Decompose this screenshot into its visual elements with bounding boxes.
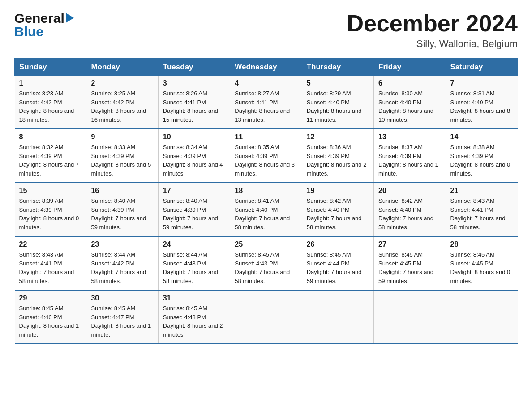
day-number: 9 — [91, 133, 153, 141]
day-info: Sunrise: 8:45 AMSunset: 4:45 PMDaylight:… — [378, 251, 433, 284]
calendar-cell — [230, 290, 302, 344]
calendar-cell: 20 Sunrise: 8:42 AMSunset: 4:40 PMDaylig… — [374, 183, 446, 236]
calendar-cell: 4 Sunrise: 8:27 AMSunset: 4:41 PMDayligh… — [230, 76, 302, 129]
calendar-cell: 30 Sunrise: 8:45 AMSunset: 4:47 PMDaylig… — [86, 290, 158, 344]
day-number: 21 — [450, 187, 513, 195]
location: Silly, Wallonia, Belgium — [347, 38, 518, 50]
day-number: 2 — [91, 79, 153, 87]
day-number: 30 — [91, 294, 153, 302]
calendar-cell — [302, 290, 373, 344]
calendar-cell: 12 Sunrise: 8:36 AMSunset: 4:39 PMDaylig… — [302, 129, 373, 183]
calendar-cell: 29 Sunrise: 8:45 AMSunset: 4:46 PMDaylig… — [15, 290, 86, 344]
day-info: Sunrise: 8:45 AMSunset: 4:46 PMDaylight:… — [19, 305, 79, 338]
calendar-cell: 22 Sunrise: 8:43 AMSunset: 4:41 PMDaylig… — [15, 236, 86, 290]
week-row-1: 1 Sunrise: 8:23 AMSunset: 4:42 PMDayligh… — [15, 76, 518, 129]
calendar-cell: 13 Sunrise: 8:37 AMSunset: 4:39 PMDaylig… — [374, 129, 446, 183]
day-info: Sunrise: 8:40 AMSunset: 4:39 PMDaylight:… — [163, 197, 218, 231]
weekday-header-row: SundayMondayTuesdayWednesdayThursdayFrid… — [15, 58, 518, 76]
day-info: Sunrise: 8:44 AMSunset: 4:42 PMDaylight:… — [91, 251, 146, 284]
day-info: Sunrise: 8:35 AMSunset: 4:39 PMDaylight:… — [235, 144, 295, 177]
calendar-cell: 28 Sunrise: 8:45 AMSunset: 4:45 PMDaylig… — [446, 236, 517, 290]
day-number: 19 — [307, 187, 369, 195]
day-number: 6 — [378, 79, 441, 87]
calendar-cell: 18 Sunrise: 8:41 AMSunset: 4:40 PMDaylig… — [230, 183, 302, 236]
day-info: Sunrise: 8:32 AMSunset: 4:39 PMDaylight:… — [19, 144, 79, 177]
day-info: Sunrise: 8:45 AMSunset: 4:45 PMDaylight:… — [450, 251, 511, 284]
calendar-cell: 26 Sunrise: 8:45 AMSunset: 4:44 PMDaylig… — [302, 236, 373, 290]
day-info: Sunrise: 8:40 AMSunset: 4:39 PMDaylight:… — [91, 197, 146, 231]
day-info: Sunrise: 8:31 AMSunset: 4:40 PMDaylight:… — [450, 90, 511, 123]
day-info: Sunrise: 8:45 AMSunset: 4:48 PMDaylight:… — [163, 305, 223, 338]
day-number: 23 — [91, 240, 153, 248]
weekday-header-sunday: Sunday — [15, 58, 86, 76]
day-number: 17 — [163, 187, 225, 195]
week-row-5: 29 Sunrise: 8:45 AMSunset: 4:46 PMDaylig… — [15, 290, 518, 344]
calendar-cell: 23 Sunrise: 8:44 AMSunset: 4:42 PMDaylig… — [86, 236, 158, 290]
day-number: 11 — [235, 133, 297, 141]
day-number: 10 — [163, 133, 225, 141]
day-info: Sunrise: 8:26 AMSunset: 4:41 PMDaylight:… — [163, 90, 218, 123]
calendar-cell: 11 Sunrise: 8:35 AMSunset: 4:39 PMDaylig… — [230, 129, 302, 183]
calendar-cell: 8 Sunrise: 8:32 AMSunset: 4:39 PMDayligh… — [15, 129, 86, 183]
day-number: 18 — [235, 187, 297, 195]
calendar-cell: 16 Sunrise: 8:40 AMSunset: 4:39 PMDaylig… — [86, 183, 158, 236]
logo-blue: Blue — [14, 24, 43, 39]
day-info: Sunrise: 8:27 AMSunset: 4:41 PMDaylight:… — [235, 90, 290, 123]
day-number: 14 — [450, 133, 513, 141]
weekday-header-tuesday: Tuesday — [158, 58, 230, 76]
week-row-2: 8 Sunrise: 8:32 AMSunset: 4:39 PMDayligh… — [15, 129, 518, 183]
calendar-cell: 19 Sunrise: 8:42 AMSunset: 4:40 PMDaylig… — [302, 183, 373, 236]
title-section: December 2024 Silly, Wallonia, Belgium — [347, 11, 518, 50]
weekday-header-wednesday: Wednesday — [230, 58, 302, 76]
logo-arrow-icon — [66, 13, 74, 23]
week-row-3: 15 Sunrise: 8:39 AMSunset: 4:39 PMDaylig… — [15, 183, 518, 236]
calendar-cell — [374, 290, 446, 344]
day-info: Sunrise: 8:37 AMSunset: 4:39 PMDaylight:… — [378, 144, 438, 177]
day-info: Sunrise: 8:41 AMSunset: 4:40 PMDaylight:… — [235, 197, 290, 231]
day-info: Sunrise: 8:45 AMSunset: 4:44 PMDaylight:… — [307, 251, 362, 284]
logo: General Blue — [14, 11, 74, 39]
day-number: 24 — [163, 240, 225, 248]
day-info: Sunrise: 8:43 AMSunset: 4:41 PMDaylight:… — [450, 197, 506, 231]
day-info: Sunrise: 8:33 AMSunset: 4:39 PMDaylight:… — [91, 144, 151, 177]
weekday-header-saturday: Saturday — [446, 58, 517, 76]
day-info: Sunrise: 8:45 AMSunset: 4:47 PMDaylight:… — [91, 305, 151, 338]
day-info: Sunrise: 8:36 AMSunset: 4:39 PMDaylight:… — [307, 144, 367, 177]
day-info: Sunrise: 8:45 AMSunset: 4:43 PMDaylight:… — [235, 251, 290, 284]
day-number: 3 — [163, 79, 225, 87]
calendar-table: SundayMondayTuesdayWednesdayThursdayFrid… — [14, 58, 518, 344]
calendar-cell: 17 Sunrise: 8:40 AMSunset: 4:39 PMDaylig… — [158, 183, 230, 236]
day-number: 8 — [19, 133, 82, 141]
day-number: 22 — [19, 240, 82, 248]
day-info: Sunrise: 8:43 AMSunset: 4:41 PMDaylight:… — [19, 251, 74, 284]
page-header: General Blue December 2024 Silly, Wallon… — [14, 11, 518, 50]
weekday-header-friday: Friday — [374, 58, 446, 76]
calendar-cell: 2 Sunrise: 8:25 AMSunset: 4:42 PMDayligh… — [86, 76, 158, 129]
day-number: 5 — [307, 79, 369, 87]
day-number: 27 — [378, 240, 441, 248]
day-number: 4 — [235, 79, 297, 87]
month-title: December 2024 — [347, 11, 518, 36]
calendar-cell: 24 Sunrise: 8:44 AMSunset: 4:43 PMDaylig… — [158, 236, 230, 290]
calendar-cell: 6 Sunrise: 8:30 AMSunset: 4:40 PMDayligh… — [374, 76, 446, 129]
calendar-cell: 15 Sunrise: 8:39 AMSunset: 4:39 PMDaylig… — [15, 183, 86, 236]
logo-general: General — [14, 11, 64, 26]
day-number: 15 — [19, 187, 82, 195]
day-info: Sunrise: 8:44 AMSunset: 4:43 PMDaylight:… — [163, 251, 218, 284]
day-info: Sunrise: 8:25 AMSunset: 4:42 PMDaylight:… — [91, 90, 146, 123]
calendar-cell: 9 Sunrise: 8:33 AMSunset: 4:39 PMDayligh… — [86, 129, 158, 183]
day-number: 13 — [378, 133, 441, 141]
day-info: Sunrise: 8:29 AMSunset: 4:40 PMDaylight:… — [307, 90, 362, 123]
day-info: Sunrise: 8:30 AMSunset: 4:40 PMDaylight:… — [378, 90, 433, 123]
weekday-header-thursday: Thursday — [302, 58, 373, 76]
day-number: 7 — [450, 79, 513, 87]
day-number: 31 — [163, 294, 225, 302]
week-row-4: 22 Sunrise: 8:43 AMSunset: 4:41 PMDaylig… — [15, 236, 518, 290]
calendar-cell: 5 Sunrise: 8:29 AMSunset: 4:40 PMDayligh… — [302, 76, 373, 129]
day-number: 12 — [307, 133, 369, 141]
day-number: 1 — [19, 79, 82, 87]
calendar-cell: 3 Sunrise: 8:26 AMSunset: 4:41 PMDayligh… — [158, 76, 230, 129]
day-number: 20 — [378, 187, 441, 195]
calendar-cell: 25 Sunrise: 8:45 AMSunset: 4:43 PMDaylig… — [230, 236, 302, 290]
day-number: 28 — [450, 240, 513, 248]
